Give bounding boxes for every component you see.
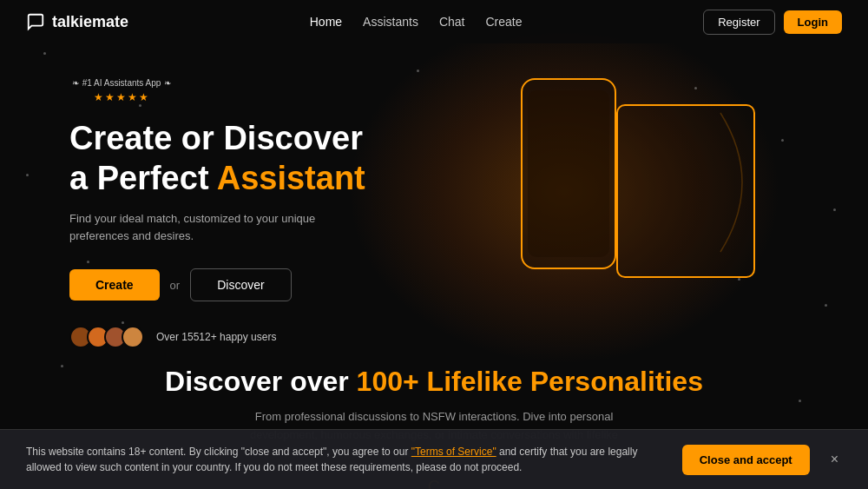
logo-icon	[26, 12, 45, 31]
nav-links: Home Assistants Chat Create	[310, 15, 523, 29]
register-button[interactable]: Register	[703, 10, 774, 35]
navbar: talkiemate Home Assistants Chat Create R…	[0, 0, 868, 43]
hero-title-line1: Create or Discover	[69, 120, 363, 156]
cookie-actions: Close and accept	[682, 445, 810, 475]
hero-title-line2-normal: a Perfect	[69, 160, 217, 196]
user-count: Over 15512+ happy users	[156, 331, 276, 343]
discover-title: Discover over 100+ Lifelike Personalitie…	[17, 366, 851, 398]
hero-section: ❧ #1 AI Assistants App ❧ ★★★★★ Create or…	[0, 43, 868, 348]
badge-label: #1 AI Assistants App	[82, 78, 161, 88]
discover-title-normal: Discover over	[165, 366, 357, 397]
nav-actions: Register Login	[703, 10, 842, 35]
login-button[interactable]: Login	[784, 10, 842, 34]
or-label: or	[170, 279, 181, 292]
cookie-banner: This website contains 18+ content. By cl…	[0, 429, 868, 489]
hero-visuals	[503, 78, 799, 321]
hero-subtitle: Find your ideal match, customized to you…	[69, 210, 347, 244]
decorative-curve	[590, 104, 764, 261]
nav-link-home[interactable]: Home	[310, 15, 342, 29]
close-accept-button[interactable]: Close and accept	[682, 445, 810, 475]
close-icon[interactable]: ×	[827, 448, 842, 471]
logo[interactable]: talkiemate	[26, 12, 128, 31]
badge-wreath: ❧ #1 AI Assistants App ❧	[72, 78, 172, 88]
cookie-text-before: This website contains 18+ content. By cl…	[26, 446, 411, 458]
hero-title-highlight: Assistant	[217, 160, 365, 196]
create-button[interactable]: Create	[69, 269, 160, 301]
cookie-tos-link[interactable]: "Terms of Service"	[411, 446, 496, 458]
hero-title: Create or Discover a Perfect Assistant	[69, 119, 469, 198]
user-avatars	[69, 326, 139, 348]
hero-users: Over 15512+ happy users	[69, 326, 469, 348]
discover-button[interactable]: Discover	[190, 268, 291, 301]
cookie-text: This website contains 18+ content. By cl…	[26, 444, 665, 475]
hero-badge: ❧ #1 AI Assistants App ❧ ★★★★★	[69, 78, 174, 103]
badge-stars: ★★★★★	[94, 91, 150, 103]
nav-link-assistants[interactable]: Assistants	[363, 15, 418, 29]
nav-link-chat[interactable]: Chat	[439, 15, 465, 29]
hero-left: ❧ #1 AI Assistants App ❧ ★★★★★ Create or…	[69, 78, 469, 348]
user-avatar-4	[122, 326, 144, 348]
logo-text: talkiemate	[52, 13, 128, 31]
hero-buttons: Create or Discover	[69, 268, 469, 301]
discover-title-highlight: 100+ Lifelike Personalities	[357, 366, 703, 397]
nav-link-create[interactable]: Create	[485, 15, 522, 29]
